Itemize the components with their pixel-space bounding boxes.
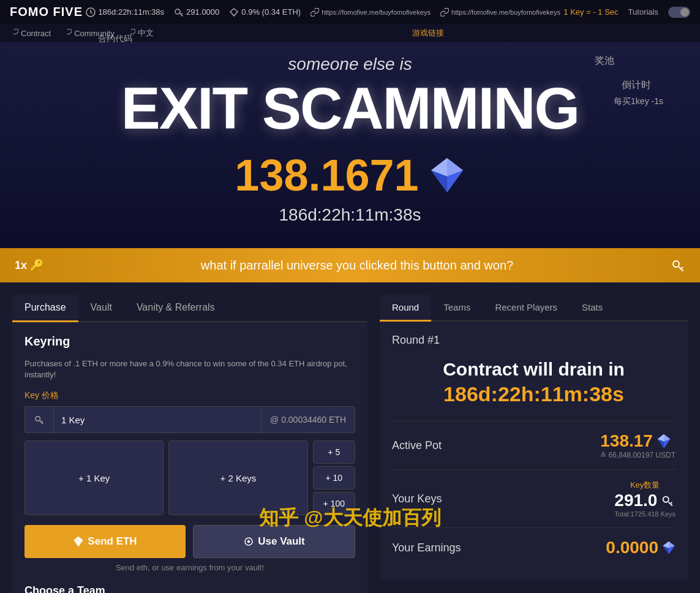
game-link-label: 游戏链接 [166, 28, 690, 39]
header-airdrop: 0.9% (0.34 ETH) [229, 7, 301, 17]
contract-link[interactable]: Contract [10, 29, 51, 38]
timer-label-right: 倒计时 [622, 79, 651, 92]
svg-marker-2 [230, 9, 238, 16]
eth-icon-pot [657, 434, 671, 448]
diamond-icon-header [229, 7, 239, 17]
tab-round[interactable]: Round [380, 295, 431, 322]
active-pot-row: Active Pot 138.17 ≙ 66,848.00197 USDT [392, 431, 676, 459]
key-price-label: Key 价格 [24, 390, 355, 401]
hero-timer: 186d:22h:11m:38s [0, 205, 700, 225]
action-buttons: Send ETH Use Vault [24, 525, 355, 558]
contract-drain-timer: 186d:22h:11m:38s [392, 382, 676, 406]
cta-key-label: 1x 🔑 [15, 259, 43, 272]
right-panel: Round Teams Recent Players Stats Round #… [380, 295, 688, 593]
plus1-key-button[interactable]: + 1 Key [24, 440, 164, 515]
purchase-tab-content: Keyring Purchases of .1 ETH or more have… [12, 322, 367, 593]
tutorials-label[interactable]: Tutorials [628, 7, 658, 17]
round-tab-content: Round #1 Contract will drain in 186d:22h… [380, 322, 688, 580]
vault-icon-button [243, 536, 254, 547]
pot-label: 奖池 [595, 55, 614, 67]
key-input-icon [24, 406, 53, 433]
plus2-keys-button[interactable]: + 2 Keys [168, 440, 307, 515]
divider-3 [392, 527, 676, 528]
active-pot-usdt: ≙ 66,848.00197 USDT [600, 451, 676, 459]
header-stats: 186d:22h:11m:38s 291.0000 0.9% (0.34 ETH… [86, 7, 560, 17]
tab-vanity-referrals[interactable]: Vanity & Referrals [124, 295, 227, 322]
send-eth-button[interactable]: Send ETH [24, 525, 186, 558]
your-keys-value-container: Key数量 291.0 Total:1725.418 Keys [614, 480, 676, 518]
link-icon-community [63, 29, 72, 37]
your-earnings-row: Your Earnings 0.0000 [392, 538, 676, 557]
plus-group: + 5 + 10 + 100 [313, 440, 355, 515]
left-panel: Purchase Vault Vanity & Referrals Keyrin… [12, 295, 367, 593]
key-count-label: Key数量 [614, 480, 676, 491]
eth-diamond-large [429, 157, 465, 194]
key-input-row: @ 0.00034460 ETH [24, 406, 355, 433]
main-content: Purchase Vault Vanity & Referrals Keyrin… [0, 282, 700, 593]
svg-point-12 [247, 540, 250, 543]
contract-drain-title: Contract will drain in [392, 359, 676, 380]
send-note: Send eth, or use earnings from your vaul… [24, 563, 355, 572]
choose-team-title: Choose a Team [24, 584, 355, 593]
link-icon-2 [440, 8, 449, 17]
header-right: 1 Key = - 1 Sec Tutorials [563, 7, 690, 18]
tutorials-toggle[interactable] [668, 7, 690, 18]
quantity-buttons: + 1 Key + 2 Keys + 5 + 10 + 100 [24, 440, 355, 515]
your-keys-value: 291.0 [614, 491, 676, 510]
tab-purchase[interactable]: Purchase [12, 295, 78, 322]
plus10-button[interactable]: + 10 [313, 466, 355, 489]
contract-drain: Contract will drain in 186d:22h:11m:38s [392, 359, 676, 406]
your-earnings-label: Your Earnings [392, 542, 461, 554]
cta-text: what if parrallel universe you clicked t… [53, 259, 661, 273]
link-icon-contract [10, 29, 18, 37]
cta-banner[interactable]: 1x 🔑 what if parrallel universe you clic… [0, 248, 700, 282]
timer-note-label: 每买1key -1s [614, 96, 663, 107]
your-keys-row: Your Keys Key数量 291.0 Total:1725.418 Key… [392, 480, 676, 518]
tab-recent-players[interactable]: Recent Players [483, 295, 570, 322]
left-tabs: Purchase Vault Vanity & Referrals [12, 295, 367, 322]
key-quantity-input[interactable] [53, 406, 261, 433]
round-label: Round #1 [392, 334, 676, 347]
your-earnings-value: 0.0000 [606, 538, 676, 557]
key-icon-header [174, 7, 184, 17]
hero-pot: 138.1671 [0, 150, 700, 200]
section-title: Keyring [24, 334, 355, 349]
eth-icon-button [73, 536, 84, 547]
sub-header: Contract Community 中文 游戏链接 合约代码 [0, 24, 700, 42]
tab-teams[interactable]: Teams [431, 295, 483, 322]
svg-point-8 [673, 261, 679, 267]
divider-1 [392, 421, 676, 421]
active-pot-value-container: 138.17 ≙ 66,848.00197 USDT [600, 431, 676, 459]
hero-pot-value: 138.1671 [235, 150, 418, 200]
hero-title: EXIT SCAMMING [0, 79, 700, 138]
plus100-button[interactable]: + 100 [313, 492, 355, 515]
active-pot-label: Active Pot [392, 439, 442, 452]
right-tabs: Round Teams Recent Players Stats [380, 295, 688, 322]
svg-point-9 [36, 417, 40, 421]
use-vault-button[interactable]: Use Vault [193, 525, 355, 558]
link-icon-1 [310, 8, 319, 17]
header: FOMO FIVE 186d:22h:11m:38s 291.0000 0.9%… [0, 0, 700, 24]
key-icon-keys [661, 494, 674, 507]
your-keys-label: Your Keys [392, 493, 442, 505]
hero-section: 奖池 倒计时 每买1key -1s someone else is EXIT S… [0, 42, 700, 248]
key-icon-input [34, 414, 45, 425]
header-keys: 291.0000 [174, 7, 219, 17]
svg-point-1 [175, 9, 180, 14]
cta-key-icon [671, 258, 685, 273]
tab-stats[interactable]: Stats [570, 295, 615, 322]
divider-2 [392, 469, 676, 470]
active-pot-value: 138.17 [600, 431, 676, 451]
header-link2[interactable]: https://fomofive.me/buyfomofivekeys [440, 8, 560, 17]
header-link1[interactable]: https://fomofive.me/buyfomofivekeys [310, 8, 431, 17]
key-price-display: @ 0.00034460 ETH [261, 406, 355, 433]
app-logo: FOMO FIVE [10, 5, 83, 19]
plus5-button[interactable]: + 5 [313, 440, 355, 464]
tab-vault[interactable]: Vault [78, 295, 124, 322]
svg-marker-10 [74, 537, 84, 547]
clock-icon [86, 7, 96, 17]
airdrop-note: Purchases of .1 ETH or more have a 0.9% … [24, 358, 355, 380]
svg-point-18 [663, 497, 669, 502]
eth-icon-earnings [662, 541, 676, 554]
total-keys-note: Total:1725.418 Keys [614, 510, 676, 518]
